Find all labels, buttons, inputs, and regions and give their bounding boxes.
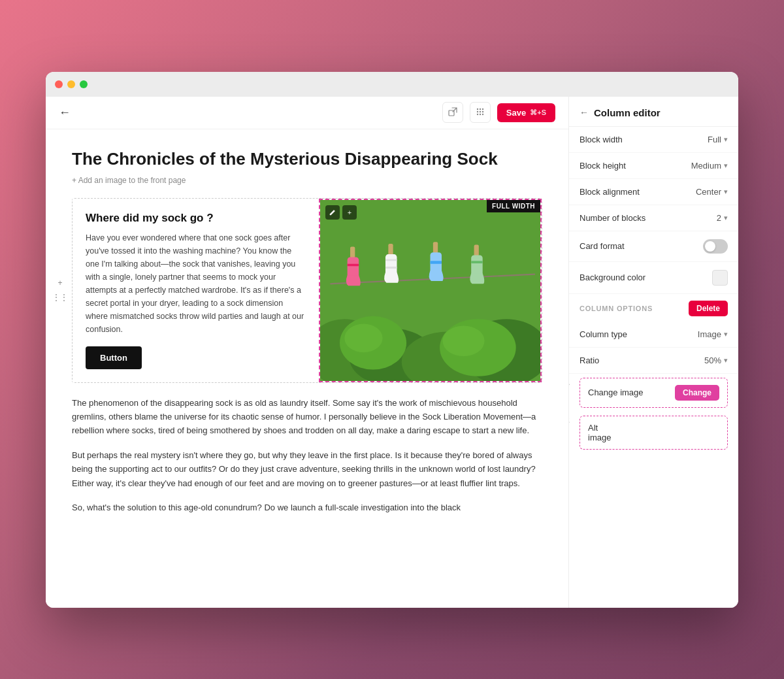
number-of-blocks-chevron: ▾ bbox=[724, 214, 728, 222]
grid-view-button[interactable] bbox=[470, 102, 491, 123]
alt-image-input[interactable] bbox=[611, 427, 721, 437]
paragraph-2: But perhaps the real mystery isn't where… bbox=[72, 448, 542, 490]
toolbar-right: Save ⌘+S bbox=[442, 102, 555, 123]
external-link-button[interactable] bbox=[442, 102, 463, 123]
svg-point-4 bbox=[477, 110, 478, 112]
editor-toolbar: ← bbox=[46, 97, 568, 129]
column-type-chevron: ▾ bbox=[724, 330, 728, 339]
two-col-block: + ⋮⋮ Where did my sock go ? Have you eve… bbox=[72, 198, 542, 383]
panel-header: ← Column editor bbox=[569, 97, 738, 127]
browser-dot-red bbox=[55, 80, 63, 88]
block-height-row: Block height Medium ▾ bbox=[569, 153, 738, 179]
card-format-toggle[interactable] bbox=[703, 239, 728, 254]
add-block-icon[interactable]: + bbox=[54, 277, 66, 289]
svg-rect-29 bbox=[431, 261, 442, 263]
add-image-link[interactable]: + Add an image to the front page bbox=[72, 176, 542, 185]
change-image-row: Change image Change bbox=[580, 378, 728, 408]
alt-image-row: Alt image bbox=[580, 416, 728, 450]
number-of-blocks-value: 2 bbox=[717, 213, 721, 223]
toggle-knob bbox=[705, 241, 715, 252]
main-editor: ← bbox=[46, 97, 568, 608]
change-image-container: 1 Change image Change bbox=[580, 378, 728, 408]
browser-content: ← bbox=[46, 97, 738, 608]
block-alignment-row: Block alignment Center ▾ bbox=[569, 179, 738, 205]
svg-rect-21 bbox=[348, 257, 359, 278]
svg-rect-27 bbox=[433, 242, 438, 253]
browser-titlebar bbox=[46, 72, 738, 97]
alt-image-label: Alt image bbox=[588, 423, 611, 442]
svg-point-1 bbox=[477, 108, 478, 109]
block-alignment-select[interactable]: Center ▾ bbox=[696, 187, 728, 197]
drag-block-icon[interactable]: ⋮⋮ bbox=[54, 291, 66, 303]
column-options-header: COLUMN OPTIONS Delete bbox=[569, 294, 738, 322]
ratio-row: Ratio 50% ▾ bbox=[569, 348, 738, 374]
ratio-value: 50% bbox=[704, 356, 721, 365]
column-type-select[interactable]: Image ▾ bbox=[698, 329, 728, 339]
block-height-value: Medium bbox=[691, 161, 721, 171]
svg-rect-24 bbox=[385, 254, 397, 275]
toolbar-left: ← bbox=[59, 106, 71, 120]
background-color-label: Background color bbox=[580, 273, 645, 282]
image-plus-icon[interactable]: + bbox=[342, 205, 357, 220]
delete-button[interactable]: Delete bbox=[689, 301, 728, 316]
block-width-value: Full bbox=[708, 135, 721, 144]
svg-rect-30 bbox=[474, 244, 479, 256]
svg-point-6 bbox=[482, 110, 483, 112]
block-alignment-chevron: ▾ bbox=[724, 188, 728, 196]
block-button[interactable]: Button bbox=[86, 346, 142, 369]
block-width-row: Block width Full ▾ bbox=[569, 127, 738, 153]
paragraph-1: The phenomenon of the disappearing sock … bbox=[72, 396, 542, 438]
panel-back-button[interactable]: ← bbox=[580, 107, 589, 118]
svg-rect-32 bbox=[471, 261, 482, 263]
svg-point-3 bbox=[482, 108, 483, 109]
block-width-label: Block width bbox=[580, 135, 623, 144]
block-alignment-label: Block alignment bbox=[580, 187, 640, 197]
back-button[interactable]: ← bbox=[59, 106, 71, 120]
browser-window: ← bbox=[46, 72, 738, 608]
column-type-label: Column type bbox=[580, 329, 627, 339]
card-format-label: Card format bbox=[580, 241, 625, 251]
ratio-select[interactable]: 50% ▾ bbox=[704, 356, 728, 365]
page-content[interactable]: The Chronicles of the Mysterious Disappe… bbox=[46, 129, 568, 608]
sock-image bbox=[320, 200, 540, 381]
svg-point-18 bbox=[442, 325, 484, 356]
alt-image-row-number: 2 bbox=[568, 416, 570, 425]
column-type-value: Image bbox=[698, 329, 721, 339]
text-column: Where did my sock go ? Have you ever won… bbox=[73, 199, 319, 382]
svg-point-7 bbox=[477, 113, 478, 114]
block-alignment-value: Center bbox=[696, 187, 721, 197]
background-color-swatch[interactable] bbox=[712, 270, 728, 286]
svg-point-2 bbox=[480, 108, 481, 109]
number-of-blocks-row: Number of blocks 2 ▾ bbox=[569, 205, 738, 231]
block-width-select[interactable]: Full ▾ bbox=[708, 135, 728, 144]
ratio-label: Ratio bbox=[580, 356, 599, 365]
change-image-button[interactable]: Change bbox=[675, 385, 719, 401]
block-text: Have you ever wondered where that one so… bbox=[86, 231, 306, 336]
block-heading: Where did my sock go ? bbox=[86, 212, 306, 225]
block-height-select[interactable]: Medium ▾ bbox=[691, 161, 728, 171]
full-width-badge: FULL WIDTH bbox=[487, 200, 540, 212]
right-panel: ← Column editor Block width Full ▾ Block… bbox=[568, 97, 738, 608]
browser-dot-green bbox=[80, 80, 88, 88]
block-height-label: Block height bbox=[580, 161, 626, 171]
change-image-row-number: 1 bbox=[568, 378, 570, 387]
svg-rect-31 bbox=[471, 255, 482, 276]
image-edit-icon[interactable] bbox=[325, 205, 340, 220]
number-of-blocks-label: Number of blocks bbox=[580, 213, 645, 223]
svg-point-5 bbox=[480, 110, 481, 112]
column-type-row: Column type Image ▾ bbox=[569, 322, 738, 348]
save-shortcut: ⌘+S bbox=[530, 108, 546, 117]
alt-image-container: 2 Alt image bbox=[580, 416, 728, 450]
background-color-row: Background color bbox=[569, 262, 738, 294]
number-of-blocks-select[interactable]: 2 ▾ bbox=[717, 213, 728, 223]
svg-rect-26 bbox=[385, 267, 397, 269]
body-paragraphs: The phenomenon of the disappearing sock … bbox=[72, 396, 542, 515]
save-label: Save bbox=[506, 108, 526, 118]
block-width-chevron: ▾ bbox=[724, 135, 728, 144]
svg-point-17 bbox=[344, 323, 382, 352]
image-controls: + bbox=[325, 205, 357, 220]
save-button[interactable]: Save ⌘+S bbox=[497, 103, 555, 122]
block-height-chevron: ▾ bbox=[724, 161, 728, 170]
block-controls: + ⋮⋮ bbox=[54, 277, 66, 303]
svg-rect-25 bbox=[385, 259, 397, 261]
